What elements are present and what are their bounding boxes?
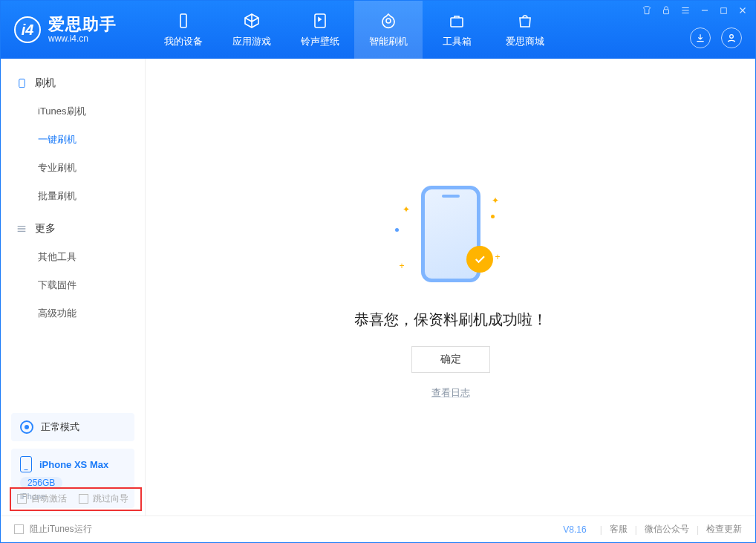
download-button[interactable] — [690, 27, 711, 48]
nav-label: 应用游戏 — [232, 35, 271, 48]
checkmark-badge-icon — [466, 246, 493, 273]
nav-icon — [242, 11, 261, 30]
header-right-buttons — [690, 27, 742, 48]
nav-icon — [447, 11, 466, 30]
title-bar-controls — [642, 5, 748, 18]
mode-label: 正常模式 — [41, 420, 79, 434]
lock-icon[interactable] — [661, 5, 671, 18]
mode-card[interactable]: 正常模式 — [11, 413, 134, 441]
version-label: V8.16 — [563, 524, 586, 535]
nav-tab-2[interactable]: 铃声壁纸 — [286, 1, 354, 59]
app-window: i4 爱思助手 www.i4.cn 我的设备应用游戏铃声壁纸智能刷机工具箱爱思商… — [0, 0, 756, 543]
mode-icon — [20, 420, 33, 434]
sidebar-scroll: 刷机iTunes刷机一键刷机专业刷机批量刷机更多其他工具下载固件高级功能 — [1, 59, 145, 406]
auto-activate-label: 自动激活 — [31, 493, 67, 504]
view-log-link[interactable]: 查看日志 — [431, 386, 470, 400]
svg-rect-0 — [180, 14, 186, 27]
footer-link-support[interactable]: 客服 — [610, 523, 628, 536]
status-bar: 阻止iTunes运行 V8.16 | 客服 | 微信公众号 | 检查更新 — [1, 516, 755, 542]
nav-label: 我的设备 — [164, 35, 203, 48]
sidebar-item[interactable]: 一键刷机 — [38, 126, 145, 154]
sidebar-item[interactable]: iTunes刷机 — [38, 97, 145, 126]
footer-link-update[interactable]: 检查更新 — [706, 523, 742, 536]
success-illustration: ✦ ✦ + + — [388, 175, 514, 293]
nav-icon — [515, 11, 535, 30]
sidebar-item[interactable]: 其他工具 — [38, 243, 145, 271]
nav-icon — [379, 11, 398, 30]
svg-rect-5 — [721, 7, 727, 13]
maximize-button[interactable] — [719, 6, 729, 18]
footer-link-wechat[interactable]: 微信公众号 — [645, 523, 689, 536]
device-capacity: 256GB — [20, 477, 62, 489]
close-button[interactable] — [737, 5, 748, 18]
block-itunes-checkbox[interactable] — [14, 524, 24, 534]
header-bar: i4 爱思助手 www.i4.cn 我的设备应用游戏铃声壁纸智能刷机工具箱爱思商… — [1, 1, 755, 59]
sidebar-item[interactable]: 专业刷机 — [38, 154, 145, 182]
brand-url: www.i4.cn — [48, 34, 117, 44]
main-content: ✦ ✦ + + 恭喜您，保资料刷机成功啦！ 确定 查看日志 — [146, 59, 755, 516]
menu-icon[interactable] — [680, 5, 691, 18]
nav-label: 智能刷机 — [369, 35, 408, 48]
skip-guide-label: 跳过向导 — [93, 493, 128, 504]
footer-right: V8.16 | 客服 | 微信公众号 | 检查更新 — [563, 523, 742, 536]
group-icon — [16, 223, 27, 235]
nav-tab-4[interactable]: 工具箱 — [423, 1, 491, 59]
brand-name: 爱思助手 — [48, 16, 117, 33]
nav-label: 铃声壁纸 — [301, 35, 339, 48]
nav-icon — [310, 11, 330, 30]
sidebar-group-head[interactable]: 刷机 — [1, 72, 145, 97]
device-name: iPhone XS Max — [39, 459, 108, 470]
skip-guide-checkbox[interactable] — [79, 494, 88, 504]
nav-icon — [174, 11, 193, 30]
sparkle-icon: + — [495, 252, 500, 262]
nav-tab-3[interactable]: 智能刷机 — [354, 1, 423, 59]
body: 刷机iTunes刷机一键刷机专业刷机批量刷机更多其他工具下载固件高级功能 正常模… — [1, 59, 755, 516]
dot-icon — [395, 228, 399, 232]
svg-rect-3 — [451, 18, 463, 27]
flash-options: 自动激活 跳过向导 — [17, 492, 128, 505]
nav-tab-1[interactable]: 应用游戏 — [218, 1, 286, 59]
sparkle-icon: ✦ — [492, 195, 499, 206]
sidebar-item[interactable]: 批量刷机 — [38, 182, 145, 210]
auto-activate-checkbox[interactable] — [17, 494, 27, 504]
nav-label: 工具箱 — [443, 35, 472, 48]
brand: i4 爱思助手 www.i4.cn — [1, 1, 149, 59]
dot-icon — [491, 215, 495, 218]
ok-button[interactable]: 确定 — [411, 346, 490, 373]
sparkle-icon: + — [400, 261, 405, 271]
sidebar-item[interactable]: 下载固件 — [38, 271, 145, 299]
nav-tab-0[interactable]: 我的设备 — [149, 1, 218, 59]
svg-rect-1 — [315, 14, 325, 27]
svg-point-2 — [386, 19, 391, 23]
sidebar: 刷机iTunes刷机一键刷机专业刷机批量刷机更多其他工具下载固件高级功能 正常模… — [1, 59, 146, 516]
minimize-button[interactable] — [700, 5, 710, 18]
svg-point-6 — [730, 35, 734, 39]
svg-rect-4 — [664, 10, 669, 14]
nav-tab-5[interactable]: 爱思商城 — [491, 1, 559, 59]
sparkle-icon: ✦ — [403, 204, 410, 215]
block-itunes-label: 阻止iTunes运行 — [30, 523, 92, 536]
group-icon — [16, 77, 27, 89]
tshirt-icon[interactable] — [642, 5, 652, 18]
svg-rect-7 — [19, 79, 25, 87]
success-message: 恭喜您，保资料刷机成功啦！ — [354, 310, 547, 330]
account-button[interactable] — [721, 27, 742, 48]
nav-label: 爱思商城 — [506, 35, 544, 48]
brand-logo-icon: i4 — [14, 16, 41, 43]
sidebar-item[interactable]: 高级功能 — [38, 299, 145, 328]
sidebar-group-head[interactable]: 更多 — [1, 218, 145, 243]
phone-icon — [20, 456, 32, 472]
